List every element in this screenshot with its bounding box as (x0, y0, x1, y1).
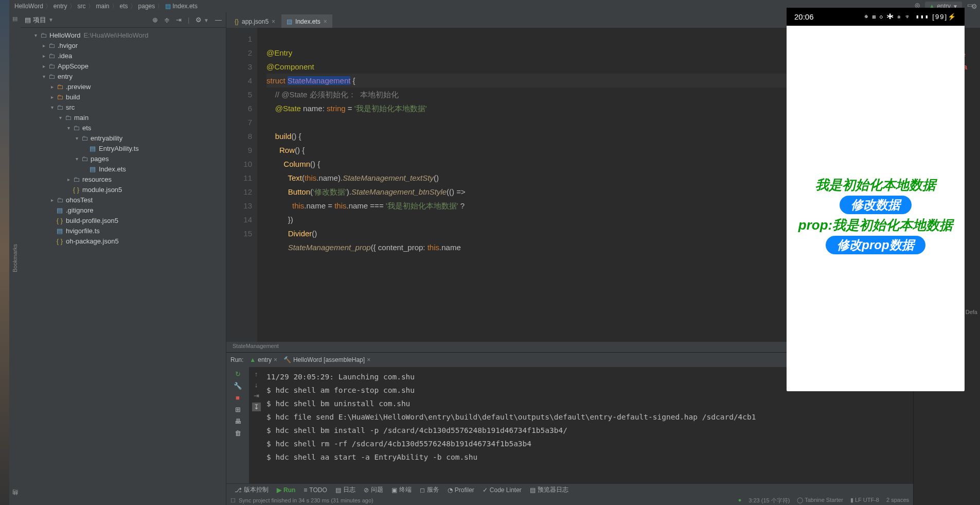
vcs-tab[interactable]: ⎇ 版本控制 (230, 485, 273, 494)
line-mode[interactable]: ▮ LF UTF-8 (850, 497, 879, 504)
ets-file-icon: ▤ (165, 3, 171, 10)
wrench-icon[interactable]: 🔧 (234, 382, 242, 390)
tree-node[interactable]: ▸🗀ohosTest (21, 195, 226, 205)
ide-left-gutter-image (0, 0, 9, 505)
phone-status-icons: ◉ ▣ ⊙ ✱ ⋇ ᯤ ▮▮▮ [99]⚡ (864, 13, 957, 21)
bookmarks-label[interactable]: Bookmarks (12, 244, 18, 272)
tree-node[interactable]: ▾🗀main (21, 112, 226, 123)
phone-time: 20:06 (794, 12, 814, 21)
trash-icon[interactable]: 🗑 (235, 429, 241, 437)
status-message-bar: ☐Sync project finished in 34 s 230 ms (3… (226, 496, 913, 505)
tree-node[interactable]: ▸🗀.hvigor (21, 40, 226, 50)
editor-gutter: 123456789101112131415 (226, 28, 257, 342)
project-view-dropdown[interactable]: ▤ 项目 ▼ (25, 15, 54, 25)
tree-node[interactable]: ▸🗀.preview (21, 81, 226, 92)
collapse-icon[interactable]: ⇥ (176, 16, 182, 24)
settings-gear-icon[interactable]: ⚙ (971, 3, 977, 10)
tab-appjson[interactable]: {}app.json5× (229, 14, 280, 28)
tree-node[interactable]: ▾🗀entry (21, 71, 226, 81)
bottom-tool-tabs: ⎇ 版本控制 ▶ Run ≡ TODO ▤ 日志 ⊘ 问题 ▣ 终端 ◻ 服务 … (226, 483, 913, 496)
close-icon[interactable]: × (324, 18, 327, 25)
tree-node[interactable]: ▤Index.ets (21, 164, 226, 174)
scroll-icon[interactable]: ↧ (252, 403, 261, 411)
tree-node[interactable]: ▾🗀HelloWordE:\HuaWei\HelloWord (21, 30, 226, 40)
tree-node[interactable]: ▸🗀AppScope (21, 61, 226, 71)
close-icon[interactable]: × (272, 18, 275, 25)
log-tab[interactable]: ▤ 日志 (331, 485, 360, 494)
tabnine-status[interactable]: ◯ Tabnine Starter (797, 497, 843, 504)
todo-tab[interactable]: ≡ TODO (299, 486, 331, 494)
indent-status[interactable]: 2 spaces (886, 497, 909, 504)
crumb[interactable]: ets (118, 3, 130, 10)
run-tab[interactable]: ▶ Run (273, 486, 299, 494)
cursor-position[interactable]: 3:23 (15 个字符) (749, 497, 790, 504)
linter-tab[interactable]: ✓ Code Linter (478, 486, 526, 494)
run-tab-assemble[interactable]: 🔨HelloWord [assembleHap] × (283, 356, 370, 363)
profiler-tab[interactable]: ◔ Profiler (443, 486, 478, 494)
tree-node[interactable]: ▤.gitignore (21, 205, 226, 215)
tree-node[interactable]: { }oh-package.json5 (21, 236, 226, 246)
tree-node[interactable]: { }module.json5 (21, 184, 226, 195)
run-label: Run: (230, 356, 243, 363)
tree-node[interactable]: ▾🗀pages (21, 153, 226, 164)
tree-node[interactable]: { }build-profile.json5 (21, 215, 226, 225)
hide-icon[interactable]: — (215, 16, 222, 24)
preview-log-tab[interactable]: ▤ 预览器日志 (526, 485, 573, 494)
print-icon[interactable]: 🖶 (235, 417, 241, 425)
locate-icon[interactable]: ⊕ (152, 16, 158, 24)
stop-icon[interactable]: ■ (236, 394, 240, 402)
problems-tab[interactable]: ⊘ 问题 (360, 485, 387, 494)
tree-node[interactable]: ▸🗀build (21, 92, 226, 102)
down-icon[interactable]: ↓ (255, 381, 258, 389)
crumb[interactable]: entry (51, 3, 69, 10)
tree-node[interactable]: ▤hvigorfile.ts (21, 225, 226, 236)
terminal-tab[interactable]: ▣ 终端 (387, 485, 416, 494)
run-tab-entry[interactable]: ▲entry × (250, 356, 277, 363)
preview-text-2: prop:我是初始化本地数据 (787, 215, 965, 235)
expand-icon[interactable]: ≑ (164, 16, 170, 24)
rerun-icon[interactable]: ↻ (235, 370, 241, 378)
tab-index-ets[interactable]: ▤Index.ets× (281, 14, 332, 28)
project-tool-icon[interactable]: ▤ (12, 15, 17, 22)
crumb[interactable]: HelloWord (12, 3, 45, 10)
crumb[interactable]: main (94, 3, 112, 10)
settings-icon[interactable]: ⚙ ▼ (195, 16, 209, 24)
left-tool-strip: ▤ Bookmarks 结构 (9, 12, 21, 505)
preview-text-1: 我是初始化本地数据 (787, 175, 965, 195)
crumb[interactable]: src (76, 3, 88, 10)
default-badge: Defa (966, 309, 977, 315)
run-toolbar: ↻ 🔧 ■ ⊞ 🖶 🗑 (226, 367, 249, 483)
crumb[interactable]: ▤Index.ets (163, 3, 200, 10)
crumb[interactable]: pages (136, 3, 157, 10)
tree-node[interactable]: ▾🗀ets (21, 123, 226, 133)
phone-status-bar: 20:06 ◉ ▣ ⊙ ✱ ⋇ ᯤ ▮▮▮ [99]⚡ (787, 8, 965, 26)
preview-button-2[interactable]: 修改prop数据 (826, 236, 925, 254)
layout-icon[interactable]: ⊞ (235, 406, 241, 413)
tree-node[interactable]: ▾🗀src (21, 102, 226, 112)
project-panel: ▤ 项目 ▼ ⊕ ≑ ⇥ | ⚙ ▼ — ▾🗀HelloWordE:\HuaWe… (21, 12, 226, 505)
tree-node[interactable]: ▸🗀.idea (21, 50, 226, 61)
tree-node[interactable]: ▾🗀entryability (21, 133, 226, 143)
tree-node[interactable]: ▸🗀resources (21, 174, 226, 184)
services-tab[interactable]: ◻ 服务 (416, 485, 443, 494)
up-icon[interactable]: ↑ (255, 370, 258, 378)
project-tree[interactable]: ▾🗀HelloWordE:\HuaWei\HelloWord▸🗀.hvigor▸… (21, 28, 226, 505)
soft-wrap-icon[interactable]: ⇥ (254, 392, 259, 399)
tree-node[interactable]: ▤EntryAbility.ts (21, 143, 226, 153)
device-preview: 20:06 ◉ ▣ ⊙ ✱ ⋇ ᯤ ▮▮▮ [99]⚡ 我是初始化本地数据 修改… (787, 8, 965, 391)
preview-button-1[interactable]: 修改数据 (840, 196, 912, 214)
